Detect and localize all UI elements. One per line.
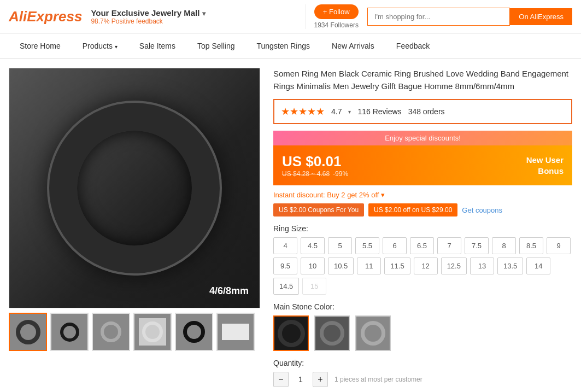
nav-feedback[interactable]: Feedback (385, 34, 441, 58)
size-6[interactable]: 6 (383, 237, 407, 254)
rating-row: ★★★★★ 4.7 ▾ 116 Reviews 348 orders (273, 99, 572, 124)
price-section: US $0.01 US $4.28 ~ 4.68 -99% New UserBo… (273, 145, 572, 185)
ring-size-label-overlay: 4/6/8mm (209, 285, 249, 297)
store-name: Your Exclusive Jewelry Mall ▾ (91, 8, 296, 17)
size-4[interactable]: 4 (273, 237, 297, 254)
follow-section: + Follow 1934 Followers (305, 4, 359, 29)
price-now: US $0.01 (282, 153, 348, 170)
price-main: US $0.01 US $4.28 ~ 4.68 -99% (282, 153, 348, 178)
header: AliExpress Your Exclusive Jewelry Mall ▾… (0, 0, 581, 34)
store-info: Your Exclusive Jewelry Mall ▾ 98.7% Posi… (91, 8, 296, 25)
ring-image (47, 101, 222, 276)
size-14-5[interactable]: 14.5 (273, 278, 299, 295)
ring-size-label: Ring Size: (273, 224, 572, 233)
product-title: Somen Ring Men Black Ceramic Ring Brushe… (273, 68, 572, 92)
discount-banner: Enjoy special discounts! (273, 131, 572, 145)
color-swatch-3[interactable] (355, 315, 391, 351)
coupon-row: US $2.00 Coupons For You US $2.00 off on… (273, 203, 572, 217)
rating-dropdown-icon[interactable]: ▾ (348, 109, 351, 115)
nav-new-arrivals[interactable]: New Arrivals (321, 34, 385, 58)
thumbnail-2[interactable] (50, 313, 89, 351)
price-was: US $4.28 ~ 4.68 (282, 170, 330, 178)
thumbnail-6[interactable] (216, 313, 255, 351)
size-14[interactable]: 14 (526, 258, 550, 274)
size-7[interactable]: 7 (437, 237, 461, 254)
product-info: Somen Ring Men Black Ceramic Ring Brushe… (273, 68, 572, 387)
main-stone-color-label: Main Stone Color: (273, 302, 572, 311)
aliexpress-logo: AliExpress (9, 8, 82, 25)
size-12[interactable]: 12 (414, 258, 438, 274)
quantity-increase-button[interactable]: + (313, 372, 328, 387)
search-button[interactable]: On AliExpress (510, 8, 572, 25)
quantity-row: − 1 + 1 pieces at most per customer (273, 372, 572, 387)
quantity-label: Quantity: (273, 359, 572, 367)
followers-count: 1934 Followers (314, 21, 359, 29)
instant-discount: Instant discount: Buy 2 get 2% off ▾ (273, 191, 572, 199)
quantity-value: 1 (295, 375, 306, 384)
size-8[interactable]: 8 (492, 237, 516, 254)
product-gallery: 4/6/8mm (9, 68, 260, 387)
size-10[interactable]: 10 (301, 258, 325, 274)
size-5-5[interactable]: 5.5 (355, 237, 379, 254)
thumbnail-3[interactable] (92, 313, 130, 351)
nav-store-home[interactable]: Store Home (9, 34, 72, 58)
size-13[interactable]: 13 (470, 258, 494, 274)
follow-button[interactable]: + Follow (314, 4, 359, 19)
star-rating: ★★★★★ (281, 106, 325, 118)
search-area: On AliExpress (367, 8, 572, 26)
size-4-5[interactable]: 4.5 (301, 237, 325, 254)
size-10-5[interactable]: 10.5 (328, 258, 354, 274)
nav-top-selling[interactable]: Top Selling (186, 34, 246, 58)
main-content: 4/6/8mm (0, 59, 581, 392)
orders-count: 348 orders (408, 107, 445, 116)
size-8-5[interactable]: 8.5 (519, 237, 543, 254)
size-11[interactable]: 11 (357, 258, 381, 274)
nav-tungsten-rings[interactable]: Tungsten Rings (245, 34, 321, 58)
main-product-image[interactable]: 4/6/8mm (9, 68, 260, 308)
size-13-5[interactable]: 13.5 (497, 258, 523, 274)
color-swatch-2[interactable] (314, 315, 350, 351)
coupon-button-1[interactable]: US $2.00 Coupons For You (273, 203, 364, 217)
rating-number[interactable]: 4.7 (331, 107, 342, 116)
size-12-5[interactable]: 12.5 (441, 258, 467, 274)
new-user-bonus: New UserBonus (526, 155, 564, 176)
thumbnail-5[interactable] (175, 313, 213, 351)
size-9-5[interactable]: 9.5 (273, 258, 297, 274)
color-swatch-1[interactable] (273, 315, 309, 351)
size-6-5[interactable]: 6.5 (410, 237, 434, 254)
thumbnail-4[interactable] (133, 313, 172, 351)
search-input[interactable] (367, 8, 510, 26)
price-discount: -99% (333, 170, 348, 178)
nav-products[interactable]: Products ▾ (72, 34, 128, 58)
reviews-count[interactable]: 116 Reviews (357, 107, 401, 116)
store-dropdown-icon[interactable]: ▾ (202, 10, 206, 17)
size-9[interactable]: 9 (547, 237, 571, 254)
products-dropdown-icon: ▾ (115, 44, 118, 50)
quantity-note: 1 pieces at most per customer (334, 376, 422, 383)
store-feedback: 98.7% Positive feedback (91, 17, 296, 25)
size-grid: 4 4.5 5 5.5 6 6.5 7 7.5 8 8.5 9 9.5 10 1… (273, 237, 572, 295)
navigation: Store Home Products ▾ Sale Items Top Sel… (0, 34, 581, 59)
thumbnail-strip (9, 313, 260, 351)
thumbnail-1[interactable] (9, 313, 47, 351)
color-swatches (273, 315, 572, 351)
size-5[interactable]: 5 (328, 237, 352, 254)
quantity-decrease-button[interactable]: − (273, 372, 289, 387)
get-coupons-link[interactable]: Get coupons (462, 206, 502, 214)
coupon-button-2[interactable]: US $2.00 off on US $29.00 (368, 203, 457, 217)
size-15: 15 (302, 278, 326, 295)
nav-sale-items[interactable]: Sale Items (128, 34, 186, 58)
size-7-5[interactable]: 7.5 (465, 237, 489, 254)
size-11-5[interactable]: 11.5 (384, 258, 410, 274)
